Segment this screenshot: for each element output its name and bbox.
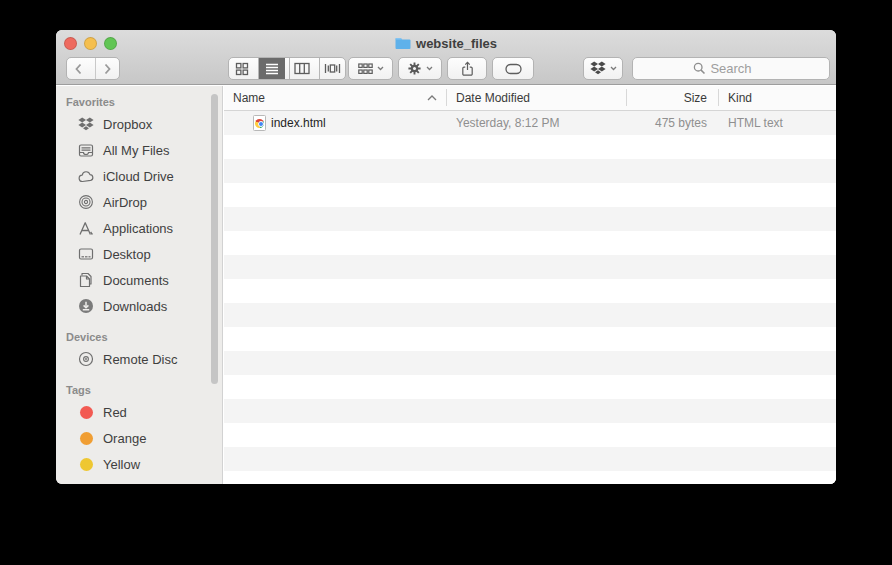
- forward-button[interactable]: [95, 58, 120, 79]
- desktop-icon: [77, 245, 95, 263]
- sidebar-item-label: Applications: [103, 221, 173, 236]
- sidebar-section-favorites: Favorites: [66, 96, 222, 108]
- action-button[interactable]: [398, 57, 442, 80]
- sidebar-item-label: iCloud Drive: [103, 169, 174, 184]
- applications-icon: [77, 219, 95, 237]
- column-header-name[interactable]: Name: [233, 86, 265, 110]
- sidebar-item-downloads[interactable]: Downloads: [56, 293, 222, 319]
- folder-icon: [395, 37, 411, 50]
- coverflow-view-button[interactable]: [319, 58, 345, 79]
- tag-dot-icon: [77, 429, 95, 447]
- sidebar-item-icloud-drive[interactable]: iCloud Drive: [56, 163, 222, 189]
- sidebar-item-label: Yellow: [103, 457, 140, 472]
- arrange-grid-icon: [358, 63, 373, 75]
- view-mode-control: [228, 57, 346, 80]
- tag-button[interactable]: [492, 57, 534, 80]
- window-title: website_files: [416, 36, 497, 51]
- all-my-files-icon: [77, 141, 95, 159]
- file-row-index-html[interactable]: index.html Yesterday, 8:12 PM 475 bytes …: [224, 111, 836, 135]
- file-date-modified: Yesterday, 8:12 PM: [456, 111, 559, 135]
- arrange-button[interactable]: [348, 57, 393, 80]
- sidebar-item-dropbox[interactable]: Dropbox: [56, 111, 222, 137]
- sidebar-item-all-my-files[interactable]: All My Files: [56, 137, 222, 163]
- list-view-icon: [265, 62, 279, 76]
- file-size: 475 bytes: [626, 111, 707, 135]
- column-view-button[interactable]: [289, 58, 315, 79]
- file-kind: HTML text: [728, 111, 783, 135]
- sidebar: Favorites Dropbox All My Files: [56, 86, 223, 484]
- tag-icon: [505, 63, 522, 75]
- icon-view-button[interactable]: [229, 58, 254, 79]
- chevron-down-icon: [610, 66, 617, 71]
- navigation-buttons: [66, 57, 120, 80]
- sidebar-section-tags: Tags: [66, 384, 222, 396]
- share-icon: [460, 61, 475, 77]
- coverflow-view-icon: [324, 62, 341, 75]
- window-title-area: website_files: [56, 30, 836, 57]
- dropbox-toolbar-button[interactable]: [583, 57, 623, 80]
- chevron-right-icon: [103, 63, 112, 75]
- sidebar-item-tag-orange[interactable]: Orange: [56, 425, 222, 451]
- search-input[interactable]: [633, 58, 829, 79]
- gear-icon: [407, 61, 422, 76]
- list-header: Name Date Modified Size Kind: [224, 86, 836, 111]
- column-header-date-modified[interactable]: Date Modified: [456, 86, 530, 110]
- column-divider[interactable]: [446, 89, 447, 106]
- remote-disc-icon: [77, 350, 95, 368]
- search-icon: [693, 62, 706, 75]
- sidebar-item-label: Orange: [103, 431, 146, 446]
- documents-icon: [77, 271, 95, 289]
- tag-dot-icon: [77, 403, 95, 421]
- sidebar-item-documents[interactable]: Documents: [56, 267, 222, 293]
- sidebar-scrollbar[interactable]: [211, 94, 218, 384]
- file-name: index.html: [271, 111, 326, 135]
- sidebar-item-label: Red: [103, 405, 127, 420]
- sidebar-item-tag-yellow[interactable]: Yellow: [56, 451, 222, 477]
- dropbox-icon: [77, 115, 95, 133]
- file-list: Name Date Modified Size Kind index.html …: [224, 86, 836, 484]
- tag-dot-icon: [77, 455, 95, 473]
- downloads-icon: [77, 297, 95, 315]
- sidebar-section-devices: Devices: [66, 331, 222, 343]
- finder-window: website_files: [56, 30, 836, 484]
- column-view-icon: [294, 62, 310, 75]
- back-button[interactable]: [67, 58, 91, 79]
- sort-ascending-icon: [427, 95, 437, 101]
- airdrop-icon: [77, 193, 95, 211]
- html-file-icon: [253, 115, 266, 131]
- sidebar-item-label: Desktop: [103, 247, 151, 262]
- column-header-size[interactable]: Size: [626, 86, 707, 110]
- sidebar-item-label: Downloads: [103, 299, 167, 314]
- list-view-button[interactable]: [258, 58, 284, 79]
- chevron-down-icon: [377, 66, 384, 71]
- titlebar-toolbar: website_files: [56, 30, 836, 85]
- sidebar-item-applications[interactable]: Applications: [56, 215, 222, 241]
- sidebar-item-label: AirDrop: [103, 195, 147, 210]
- search-field: [632, 57, 830, 80]
- chevron-left-icon: [74, 63, 83, 75]
- dropbox-icon: [590, 61, 606, 76]
- column-divider[interactable]: [718, 89, 719, 106]
- chevron-down-icon: [426, 66, 433, 71]
- sidebar-item-label: Dropbox: [103, 117, 152, 132]
- share-button[interactable]: [447, 57, 487, 80]
- sidebar-item-label: Remote Disc: [103, 352, 177, 367]
- list-body: index.html Yesterday, 8:12 PM 475 bytes …: [224, 111, 836, 484]
- icon-view-icon: [235, 62, 249, 76]
- sidebar-item-airdrop[interactable]: AirDrop: [56, 189, 222, 215]
- sidebar-item-desktop[interactable]: Desktop: [56, 241, 222, 267]
- sidebar-item-remote-disc[interactable]: Remote Disc: [56, 346, 222, 372]
- sidebar-item-label: All My Files: [103, 143, 169, 158]
- column-header-kind[interactable]: Kind: [728, 86, 752, 110]
- sidebar-item-label: Documents: [103, 273, 169, 288]
- sidebar-item-tag-red[interactable]: Red: [56, 399, 222, 425]
- icloud-icon: [77, 167, 95, 185]
